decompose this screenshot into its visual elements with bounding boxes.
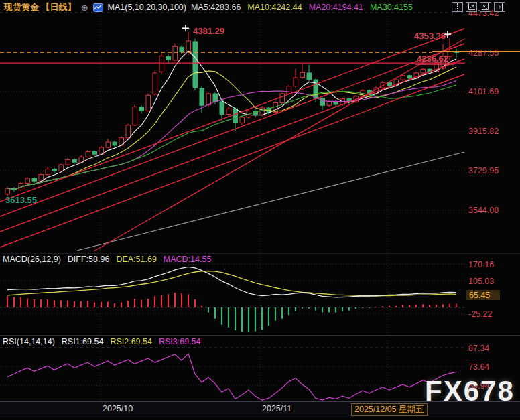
macd-values: DIFF:58.96DEA:51.69MACD:14.55: [68, 255, 218, 264]
candle-body: [180, 47, 184, 52]
chart-toolbar: [452, 2, 505, 12]
candle-body: [72, 159, 77, 162]
candle-body: [300, 72, 305, 77]
ma100-line: [77, 152, 464, 251]
candle-body: [159, 56, 164, 72]
candle-body: [52, 169, 57, 171]
candle-body: [240, 117, 245, 123]
ma-value-label: MA30:4155: [370, 3, 413, 12]
indicator-value-label: RSI1:69.54: [62, 337, 104, 346]
time-axis: 2025/102025/112025/12/05 星期五: [0, 401, 520, 417]
diff-line: [7, 267, 456, 297]
chart-app: 现货黄金 【日线】 ⊕ MA1(5,10,20,30,100) MA5:4283…: [0, 0, 520, 420]
rsi-axis-tick: 87.34: [468, 344, 489, 353]
time-axis-label: 2025/11: [262, 404, 291, 413]
price-annotation: 4353.36: [414, 31, 446, 41]
indicator-value-label: DIFF:58.96: [68, 255, 110, 264]
indicator-value-label: DEA:51.69: [116, 255, 156, 264]
macd-axis-tick: 105.03: [468, 277, 494, 286]
collapse-panel-icon[interactable]: [494, 2, 505, 12]
price-axis-tick: 3544.08: [468, 206, 499, 215]
expand-icon[interactable]: ⊕: [81, 3, 88, 13]
chart-header: 现货黄金 【日线】 ⊕ MA1(5,10,20,30,100) MA5:4283…: [0, 0, 520, 15]
ma-value-label: MA20:4194.41: [309, 3, 363, 12]
rsi-legend-row: RSI(14,14,14)RSI1:69.54RSI2:69.54RSI3:69…: [3, 337, 214, 346]
macd-legend-row: MACD(26,12,9)DIFF:58.96DEA:51.69MACD:14.…: [3, 255, 224, 264]
candle-body: [334, 101, 338, 104]
price-axis-tick: 4287.55: [468, 48, 499, 58]
macd-params-label: MACD(26,12,9): [3, 255, 61, 264]
chart-canvas[interactable]: 4473.424287.554101.693915.823729.953544.…: [0, 0, 520, 420]
candle-body: [280, 94, 285, 102]
candle-body: [166, 56, 171, 60]
candle-body: [186, 41, 191, 52]
time-axis-current-date: 2025/12/05 星期五: [351, 403, 428, 416]
indicator-value-label: RSI3:69.54: [159, 337, 201, 346]
rsi-line: [7, 354, 456, 400]
price-axis-tick: 3729.95: [468, 166, 499, 176]
candle-body: [79, 157, 84, 162]
candle-body: [86, 151, 90, 157]
candle-body: [206, 94, 211, 105]
price-annotation: 4381.29: [193, 26, 224, 36]
time-axis-label: 2025/10: [103, 404, 133, 413]
ma-value-label: MA5:4283.66: [191, 3, 241, 12]
price-axis-tick: 3915.82: [468, 127, 499, 136]
macd-axis-tick: 170.16: [468, 260, 494, 269]
macd-current-value: 65.45: [469, 291, 490, 300]
dea-line: [7, 271, 456, 297]
rsi-axis-tick: 73.64: [468, 362, 489, 372]
candle-body: [66, 159, 70, 165]
ma-overlay-label: MA1(5,10,20,30,100): [108, 3, 186, 12]
candle-body: [133, 107, 137, 125]
candle-body: [146, 95, 151, 111]
candle-body: [327, 101, 332, 105]
rsi-params-label: RSI(14,14,14): [3, 337, 55, 346]
macd-axis-tick: -25.22: [468, 309, 492, 319]
price-axis-tick: 4101.69: [468, 87, 499, 96]
candle-body: [173, 46, 178, 60]
ma-values-legend: MA5:4283.66MA10:4242.44MA20:4194.41MA30:…: [191, 3, 419, 12]
trendline: [0, 44, 464, 216]
candle-body: [139, 107, 144, 111]
crosshair-tool-icon[interactable]: [452, 2, 463, 12]
candle-body: [320, 98, 325, 105]
candle-body: [307, 73, 312, 80]
candle-body: [213, 94, 218, 102]
candle-body: [106, 142, 111, 147]
candle-body: [226, 109, 231, 114]
candle-body: [5, 188, 10, 194]
axis-zoom-left-icon[interactable]: [466, 2, 477, 12]
candle-body: [421, 69, 426, 73]
candle-body: [153, 73, 157, 94]
candle-body: [25, 178, 30, 183]
candle-body: [200, 88, 204, 105]
candle-body: [193, 42, 198, 88]
trendline: [0, 29, 464, 202]
trendline: [94, 39, 464, 251]
candle-body: [32, 178, 37, 181]
candle-body: [92, 151, 97, 154]
candle-body: [113, 142, 117, 145]
rsi-values: RSI1:69.54RSI2:69.54RSI3:69.54: [62, 337, 208, 346]
price-annotation: 4236.62: [417, 54, 448, 64]
indicator-value-label: RSI2:69.54: [110, 337, 152, 346]
mini-chart-icon: [93, 3, 103, 12]
candle-body: [294, 78, 298, 86]
candle-body: [233, 109, 238, 123]
candle-body: [287, 86, 291, 94]
instrument-title: 现货黄金 【日线】: [4, 1, 76, 13]
candle-body: [59, 165, 64, 171]
candle-body: [407, 76, 412, 78]
indicator-value-label: MACD:14.55: [164, 255, 212, 264]
ma-value-label: MA10:4242.44: [247, 3, 302, 12]
candle-body: [220, 102, 224, 115]
candle-body: [401, 76, 405, 80]
axis-zoom-right-icon[interactable]: [480, 2, 491, 12]
candle-body: [46, 169, 50, 174]
candle-body: [126, 125, 131, 138]
price-annotation: 3613.55: [5, 195, 37, 205]
